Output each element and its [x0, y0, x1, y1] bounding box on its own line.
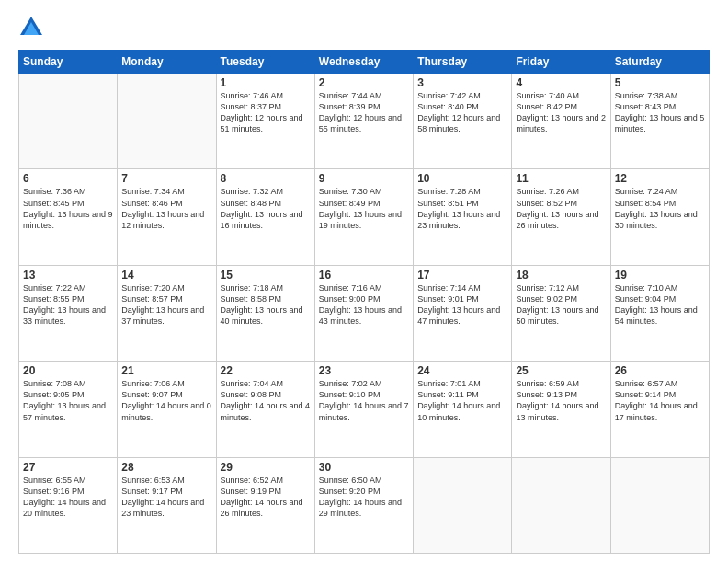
day-info: Sunrise: 7:10 AM Sunset: 9:04 PM Dayligh…	[615, 282, 705, 327]
day-number: 7	[121, 172, 211, 185]
day-info: Sunrise: 7:26 AM Sunset: 8:52 PM Dayligh…	[516, 186, 606, 231]
day-cell: 2Sunrise: 7:44 AM Sunset: 8:39 PM Daylig…	[314, 74, 413, 169]
day-cell: 11Sunrise: 7:26 AM Sunset: 8:52 PM Dayli…	[512, 169, 610, 265]
week-row-1: 1Sunrise: 7:46 AM Sunset: 8:37 PM Daylig…	[19, 74, 710, 169]
day-info: Sunrise: 7:04 AM Sunset: 9:08 PM Dayligh…	[221, 378, 311, 423]
day-cell: 19Sunrise: 7:10 AM Sunset: 9:04 PM Dayli…	[610, 265, 709, 361]
day-number: 10	[417, 172, 507, 185]
day-cell: 1Sunrise: 7:46 AM Sunset: 8:37 PM Daylig…	[216, 74, 314, 169]
day-cell: 16Sunrise: 7:16 AM Sunset: 9:00 PM Dayli…	[314, 265, 413, 361]
calendar-header-row: SundayMondayTuesdayWednesdayThursdayFrid…	[19, 51, 710, 74]
day-cell	[512, 457, 610, 553]
day-cell: 12Sunrise: 7:24 AM Sunset: 8:54 PM Dayli…	[610, 169, 709, 265]
day-info: Sunrise: 7:12 AM Sunset: 9:02 PM Dayligh…	[516, 282, 606, 327]
day-number: 11	[516, 172, 606, 185]
day-cell: 22Sunrise: 7:04 AM Sunset: 9:08 PM Dayli…	[216, 362, 314, 457]
day-cell	[414, 457, 512, 553]
day-number: 8	[221, 172, 311, 185]
col-header-sunday: Sunday	[19, 51, 118, 74]
day-number: 19	[615, 269, 705, 282]
day-cell	[610, 457, 709, 553]
day-cell: 26Sunrise: 6:57 AM Sunset: 9:14 PM Dayli…	[610, 362, 709, 457]
day-info: Sunrise: 7:32 AM Sunset: 8:48 PM Dayligh…	[221, 186, 311, 231]
day-cell: 7Sunrise: 7:34 AM Sunset: 8:46 PM Daylig…	[118, 169, 216, 265]
day-cell: 14Sunrise: 7:20 AM Sunset: 8:57 PM Dayli…	[118, 265, 216, 361]
day-info: Sunrise: 7:01 AM Sunset: 9:11 PM Dayligh…	[417, 378, 507, 423]
day-number: 29	[221, 461, 311, 474]
day-number: 5	[615, 76, 705, 89]
col-header-friday: Friday	[512, 51, 610, 74]
day-number: 24	[417, 364, 507, 377]
day-cell: 24Sunrise: 7:01 AM Sunset: 9:11 PM Dayli…	[414, 362, 512, 457]
day-number: 17	[417, 269, 507, 282]
day-info: Sunrise: 6:55 AM Sunset: 9:16 PM Dayligh…	[23, 475, 113, 520]
day-number: 16	[319, 269, 409, 282]
day-cell: 20Sunrise: 7:08 AM Sunset: 9:05 PM Dayli…	[19, 362, 118, 457]
day-info: Sunrise: 7:30 AM Sunset: 8:49 PM Dayligh…	[319, 186, 409, 231]
day-info: Sunrise: 7:46 AM Sunset: 8:37 PM Dayligh…	[221, 90, 311, 135]
day-number: 2	[319, 76, 409, 89]
day-info: Sunrise: 6:57 AM Sunset: 9:14 PM Dayligh…	[615, 378, 705, 423]
week-row-2: 6Sunrise: 7:36 AM Sunset: 8:45 PM Daylig…	[19, 169, 710, 265]
day-cell: 21Sunrise: 7:06 AM Sunset: 9:07 PM Dayli…	[118, 362, 216, 457]
col-header-thursday: Thursday	[414, 51, 512, 74]
logo-icon	[18, 15, 44, 40]
day-cell: 15Sunrise: 7:18 AM Sunset: 8:58 PM Dayli…	[216, 265, 314, 361]
day-cell: 13Sunrise: 7:22 AM Sunset: 8:55 PM Dayli…	[19, 265, 118, 361]
day-cell: 29Sunrise: 6:52 AM Sunset: 9:19 PM Dayli…	[216, 457, 314, 553]
week-row-4: 20Sunrise: 7:08 AM Sunset: 9:05 PM Dayli…	[19, 362, 710, 457]
day-number: 3	[417, 76, 507, 89]
day-cell: 27Sunrise: 6:55 AM Sunset: 9:16 PM Dayli…	[19, 457, 118, 553]
day-cell: 18Sunrise: 7:12 AM Sunset: 9:02 PM Dayli…	[512, 265, 610, 361]
col-header-wednesday: Wednesday	[314, 51, 413, 74]
day-info: Sunrise: 7:36 AM Sunset: 8:45 PM Dayligh…	[23, 186, 113, 231]
day-number: 4	[516, 76, 606, 89]
day-number: 23	[319, 364, 409, 377]
day-number: 27	[23, 461, 113, 474]
day-number: 18	[516, 269, 606, 282]
day-info: Sunrise: 6:50 AM Sunset: 9:20 PM Dayligh…	[319, 475, 409, 520]
day-info: Sunrise: 7:44 AM Sunset: 8:39 PM Dayligh…	[319, 90, 409, 135]
day-cell: 17Sunrise: 7:14 AM Sunset: 9:01 PM Dayli…	[414, 265, 512, 361]
day-info: Sunrise: 7:22 AM Sunset: 8:55 PM Dayligh…	[23, 282, 113, 327]
week-row-5: 27Sunrise: 6:55 AM Sunset: 9:16 PM Dayli…	[19, 457, 710, 553]
day-number: 15	[221, 269, 311, 282]
day-info: Sunrise: 7:42 AM Sunset: 8:40 PM Dayligh…	[417, 90, 507, 135]
day-cell	[19, 74, 118, 169]
day-info: Sunrise: 7:08 AM Sunset: 9:05 PM Dayligh…	[23, 378, 113, 423]
page: SundayMondayTuesdayWednesdayThursdayFrid…	[0, 0, 728, 563]
col-header-saturday: Saturday	[610, 51, 709, 74]
calendar-table: SundayMondayTuesdayWednesdayThursdayFrid…	[18, 50, 710, 554]
day-number: 30	[319, 461, 409, 474]
day-info: Sunrise: 7:06 AM Sunset: 9:07 PM Dayligh…	[121, 378, 211, 423]
day-number: 13	[23, 269, 113, 282]
day-cell: 30Sunrise: 6:50 AM Sunset: 9:20 PM Dayli…	[314, 457, 413, 553]
week-row-3: 13Sunrise: 7:22 AM Sunset: 8:55 PM Dayli…	[19, 265, 710, 361]
day-number: 28	[121, 461, 211, 474]
day-info: Sunrise: 7:40 AM Sunset: 8:42 PM Dayligh…	[516, 90, 606, 135]
day-info: Sunrise: 6:59 AM Sunset: 9:13 PM Dayligh…	[516, 378, 606, 423]
day-number: 25	[516, 364, 606, 377]
header	[18, 15, 710, 40]
day-number: 20	[23, 364, 113, 377]
day-number: 1	[221, 76, 311, 89]
day-number: 26	[615, 364, 705, 377]
day-info: Sunrise: 6:52 AM Sunset: 9:19 PM Dayligh…	[221, 475, 311, 520]
day-info: Sunrise: 7:16 AM Sunset: 9:00 PM Dayligh…	[319, 282, 409, 327]
day-number: 12	[615, 172, 705, 185]
day-info: Sunrise: 7:34 AM Sunset: 8:46 PM Dayligh…	[121, 186, 211, 231]
day-number: 21	[121, 364, 211, 377]
day-number: 9	[319, 172, 409, 185]
day-cell: 4Sunrise: 7:40 AM Sunset: 8:42 PM Daylig…	[512, 74, 610, 169]
day-info: Sunrise: 7:38 AM Sunset: 8:43 PM Dayligh…	[615, 90, 705, 135]
day-info: Sunrise: 7:28 AM Sunset: 8:51 PM Dayligh…	[417, 186, 507, 231]
day-info: Sunrise: 7:20 AM Sunset: 8:57 PM Dayligh…	[121, 282, 211, 327]
day-cell: 25Sunrise: 6:59 AM Sunset: 9:13 PM Dayli…	[512, 362, 610, 457]
day-cell: 9Sunrise: 7:30 AM Sunset: 8:49 PM Daylig…	[314, 169, 413, 265]
day-info: Sunrise: 7:24 AM Sunset: 8:54 PM Dayligh…	[615, 186, 705, 231]
day-info: Sunrise: 7:18 AM Sunset: 8:58 PM Dayligh…	[221, 282, 311, 327]
day-info: Sunrise: 7:02 AM Sunset: 9:10 PM Dayligh…	[319, 378, 409, 423]
col-header-monday: Monday	[118, 51, 216, 74]
day-cell	[118, 74, 216, 169]
day-cell: 5Sunrise: 7:38 AM Sunset: 8:43 PM Daylig…	[610, 74, 709, 169]
